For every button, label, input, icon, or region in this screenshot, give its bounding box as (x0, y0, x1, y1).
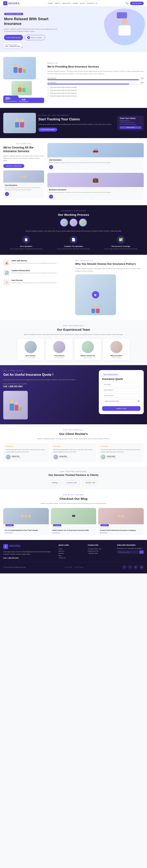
blog-image-3: Insurance (98, 508, 144, 524)
nav-contact[interactable]: CONTACT US (87, 2, 97, 4)
phone-field-group (102, 394, 141, 397)
hero-title: More Relaxed With Smart Insurance (4, 17, 65, 26)
get-quote-button[interactable]: GET QUOTE (130, 2, 144, 5)
play-button[interactable]: ▶ (92, 291, 99, 299)
blog-meta-1: January 12, 2024 (5, 527, 47, 528)
newsletter-input[interactable] (117, 550, 138, 554)
tracking-discover-button[interactable]: DISCOVER MORE (38, 128, 57, 131)
footer-nav-privacy[interactable]: Privacy Policy (64, 566, 72, 568)
footer-contact: Contact Info 123 Main Street, City info@… (88, 544, 114, 559)
footer-link-about[interactable]: About Us (59, 550, 85, 552)
linkedin-button[interactable]: in (134, 565, 138, 569)
footer-email[interactable]: info@insora.com (88, 550, 114, 552)
about-checklist: ✓Truly lorem ipsum dolor sit amet consec… (47, 86, 144, 97)
about-title: We're Providing Best Insurance Services (47, 65, 144, 68)
play-icon: ▶ (27, 36, 30, 39)
watch-video-button[interactable]: ▶ WATCH VIDEO (25, 35, 45, 40)
footer: I INSORA Lorem ipsum dolor sit amet cons… (0, 540, 147, 574)
blog-title: Checkout Our Blog (3, 497, 144, 501)
team-member-4: Miley Scotland Insurance Agent (103, 339, 130, 360)
service-icon-2[interactable]: + (49, 165, 53, 169)
service-icon-1[interactable]: + (5, 192, 9, 196)
newsletter-form: → (117, 550, 144, 554)
why-features: 💰 100% Safe Money Aperiam voluptates qua… (3, 260, 72, 289)
footer-top: I INSORA Lorem ipsum dolor sit amet cons… (3, 544, 144, 559)
newsletter-submit-button[interactable]: → (139, 550, 144, 554)
footer-brand: I INSORA Lorem ipsum dolor sit amet cons… (3, 544, 55, 559)
nav-home[interactable]: HOME (48, 2, 53, 4)
review-stars-1: ★★★★★ (6, 445, 46, 447)
quote-form-badge: GET A FREE QUOTE (102, 373, 119, 376)
hero-description: Aperiam voluptates quaerat. Lorem ipsum … (4, 28, 57, 32)
discover-more-button[interactable]: DISCOVER MORE (4, 35, 23, 40)
partner-logo-3: Studio Loft (83, 480, 98, 485)
process-avatar-2 (69, 218, 78, 227)
services-section: OUR SERVICES We're Covering All the Insu… (0, 138, 147, 205)
footer-link-contact[interactable]: Contact Us (59, 557, 85, 559)
twitter-button[interactable]: t (128, 565, 132, 569)
partners-logos: Galaxy Luxury Line Studio Loft (3, 480, 144, 485)
blog-read-more-2[interactable]: READ MORE → (53, 532, 95, 533)
review-text-2: Ultricies quam pellentesque id nibh tort… (53, 448, 94, 453)
instagram-button[interactable]: ig (139, 565, 144, 569)
insurance-type-select[interactable]: Select Insurance Type Life Insurance Car… (102, 399, 141, 403)
quote-family-image (3, 391, 28, 420)
nav-services[interactable]: SERVICES (62, 2, 71, 4)
team-member-3: William Henderson Insurance Agent (75, 339, 101, 360)
money-back-icon: 🔄 (3, 270, 10, 276)
why-feature-1: 💰 100% Safe Money Aperiam voluptates qua… (3, 260, 72, 266)
blog-post-3: Insurance January 12, 2024 Trusted And P… (98, 508, 144, 535)
partners-label: OUR TRUSTED PARTNERS (3, 471, 144, 472)
search-icon[interactable]: 🔍 (125, 2, 128, 5)
footer-quick-links: Quick Links Home About Us Services Blog … (59, 544, 85, 559)
footer-link-home[interactable]: Home (59, 548, 85, 550)
nav-logo: I INSORA (3, 1, 20, 5)
reviews-grid: ★★★★★ Ultricies quam pellentesque id nib… (3, 443, 144, 462)
blog-read-more-3[interactable]: READ MORE → (100, 532, 142, 533)
footer-link-services[interactable]: Services (59, 552, 85, 554)
services-label: OUR SERVICES (3, 143, 44, 145)
email-input[interactable] (102, 388, 141, 392)
quotation-icon: 📋 (22, 236, 30, 244)
blog-read-more-1[interactable]: READ MORE → (5, 532, 47, 533)
footer-bottom: © 2024 Insora. All Rights Reserved. Priv… (3, 562, 144, 569)
process-step-1: 📋 Get A Quotation Lorem a couple of ques… (3, 236, 49, 250)
footer-nav-terms[interactable]: Terms of Service (74, 566, 84, 568)
review-2: ★★★★★ Ultricies quam pellentesque id nib… (51, 443, 96, 462)
review-text-1: Ultricies quam pellentesque id nibh tort… (6, 448, 46, 453)
team-title: Our Experienced Team (3, 328, 144, 332)
why-image: ▶ (75, 274, 116, 315)
track-submit-button[interactable]: TRACK NOW (120, 126, 141, 129)
navbar: I INSORA HOME ABOUT SERVICES PAGES BLOG … (0, 0, 147, 6)
why-title: Why You Should Choose Our Insurance Poli… (75, 262, 144, 266)
view-all-services-button[interactable]: VIEW ALL SERVICES (3, 164, 24, 168)
process-avatar-1 (60, 218, 68, 227)
quote-submit-button[interactable]: SUBMIT NOW (102, 406, 141, 411)
process-label: INSURANCE SIMPLIFIED (3, 210, 144, 212)
quote-form-card: GET A FREE QUOTE Insurance Quote Select … (99, 370, 144, 414)
blog-post-1: Insurance January 12, 2024 It Is A Long … (3, 508, 49, 535)
hero-phone-badge: Facing Any Problem? Call: 1.888.255.4364 (3, 43, 22, 48)
partners-section: OUR TRUSTED PARTNERS Our Genuine Trusted… (0, 467, 147, 489)
check-item: ✓Truly lorem ipsum dolor sit amet consec… (47, 89, 144, 92)
nav-blog[interactable]: BLOG (80, 2, 85, 4)
nav-pages[interactable]: PAGES (73, 2, 78, 4)
name-input[interactable] (102, 382, 141, 386)
quote-description: Lorem ipsum dolor sit amet consect adipi… (3, 379, 95, 381)
about-secondary-image (11, 81, 32, 95)
nav-links: HOME ABOUT SERVICES PAGES BLOG CONTACT U… (48, 2, 97, 4)
nav-about[interactable]: ABOUT (55, 2, 60, 4)
service-icon-3[interactable]: + (49, 195, 53, 199)
facebook-button[interactable]: f (122, 565, 126, 569)
service-business-card: 💼 Business Insurance Aperiam voluptates … (47, 173, 144, 200)
blog-meta-2: January 12, 2024 (53, 527, 95, 528)
name-field-group (102, 382, 141, 386)
blog-image-2: 💻 Insurance (51, 508, 96, 524)
reviewer-avatar-1 (6, 455, 10, 459)
footer-link-blog[interactable]: Blog (59, 554, 85, 557)
email-field-group (102, 388, 141, 392)
tracking-image (3, 113, 36, 133)
phone-input[interactable] (102, 394, 141, 397)
about-experience-badge: 20+ Years Of Experience (3, 95, 19, 103)
about-label: ABOUT US (47, 62, 144, 64)
